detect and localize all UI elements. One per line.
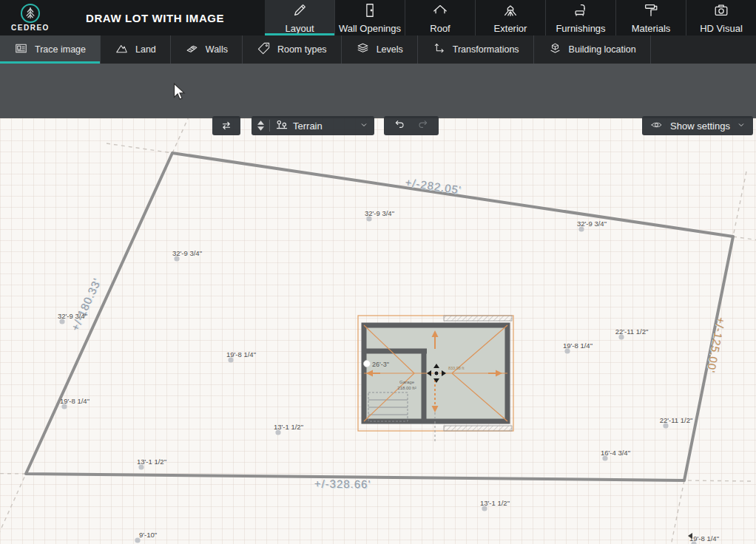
replace-image-button[interactable] xyxy=(212,116,240,135)
subtab-trace-image[interactable]: Trace image xyxy=(0,35,101,64)
spinner-down-icon[interactable] xyxy=(257,126,264,131)
tab-label: Wall Openings xyxy=(339,23,401,34)
subtab-walls[interactable]: Walls xyxy=(171,35,243,64)
elevation-point-label: 9'-10" xyxy=(139,531,157,539)
elevation-point-label: 19'-8 1/4" xyxy=(563,341,593,350)
chevron-down-icon xyxy=(737,120,746,132)
tab-roof[interactable]: Roof xyxy=(405,0,476,35)
subtab-label: Building location xyxy=(569,44,636,55)
elevation-point-label: 22'-11 1/2" xyxy=(660,416,693,424)
undo-icon xyxy=(394,119,406,130)
tab-materials[interactable]: Materials xyxy=(616,0,686,35)
redo-icon xyxy=(416,119,429,130)
app-header: CEDREO DRAW LOT WITH IMAGE LayoutWall Op… xyxy=(0,0,756,35)
logo-wordmark: CEDREO xyxy=(6,24,55,32)
undo-button[interactable] xyxy=(394,119,406,132)
eye-icon xyxy=(649,119,664,133)
elevation-point-label: 13'-1 1/2" xyxy=(274,423,303,431)
dim-handle-dot[interactable] xyxy=(364,361,371,367)
levels-icon xyxy=(356,41,370,58)
subtab-label: Transformations xyxy=(453,44,519,55)
tool-options-panel xyxy=(0,64,756,118)
walls-icon xyxy=(185,41,199,58)
lot-edge-dimension: +/-125.00' xyxy=(705,316,728,374)
swap-arrows-icon xyxy=(220,119,233,132)
subtab-label: Room types xyxy=(277,44,327,55)
redo-button[interactable] xyxy=(416,119,429,132)
trace-image-icon xyxy=(14,41,28,58)
exterior-icon xyxy=(502,2,519,21)
hatched-strip-bottom xyxy=(444,426,512,431)
page-title: DRAW LOT WITH IMAGE xyxy=(86,0,224,35)
tab-label: Roof xyxy=(430,23,450,34)
show-settings-button[interactable]: Show settings xyxy=(642,116,753,135)
spinner-up-icon[interactable] xyxy=(257,120,264,125)
lot-edge-dimension: +/-328.66' xyxy=(314,477,371,491)
room-area-label: 218.00 ft² xyxy=(397,386,416,390)
site-plan-canvas[interactable]: +/-282.05'+/-180.33'+/-125.00'+/-328.66'… xyxy=(0,118,756,544)
level-spinner[interactable] xyxy=(257,120,264,131)
hatched-strip-top xyxy=(444,316,512,321)
elevation-point-label: 32'-9 3/4" xyxy=(577,220,607,228)
elevation-point-label: 32'-9 3/4" xyxy=(58,312,87,320)
tab-wall-openings[interactable]: Wall Openings xyxy=(335,0,405,35)
tab-layout[interactable]: Layout xyxy=(265,0,335,35)
pencil-icon xyxy=(291,2,308,21)
camera-icon xyxy=(713,2,729,21)
elevation-point-label: 22'-11 1/2" xyxy=(615,327,649,336)
divider xyxy=(269,120,270,132)
garage-dim-label: 26'-3" xyxy=(372,361,389,368)
chevron-down-icon xyxy=(360,120,368,132)
room-types-icon xyxy=(257,41,271,58)
main-nav-tabs: LayoutWall OpeningsRoofExteriorFurnishin… xyxy=(265,0,756,35)
tab-label: Furnishings xyxy=(556,23,605,34)
roof-icon xyxy=(432,2,448,21)
elevation-point-label: 13'-1 1/2" xyxy=(137,458,166,466)
elevation-point-label: 19'-8 1/4" xyxy=(226,350,256,358)
elevation-point-label: 19'-8 1/4" xyxy=(689,534,719,543)
cedreo-logo[interactable]: CEDREO xyxy=(6,1,55,34)
subtab-label: Trace image xyxy=(35,44,86,55)
tab-label: HD Visual xyxy=(700,23,743,34)
show-settings-label: Show settings xyxy=(670,120,730,132)
elevation-point-label: 16'-4 3/4" xyxy=(601,449,630,457)
building-location-icon xyxy=(548,41,562,58)
room-name-label: Garage xyxy=(399,380,415,384)
subtab-label: Walls xyxy=(206,44,228,55)
elevation-point-label: 32'-9 3/4" xyxy=(365,209,394,217)
tab-label: Exterior xyxy=(494,23,527,34)
level-selector-dropdown[interactable]: Terrain xyxy=(252,116,374,135)
land-icon xyxy=(115,41,129,58)
tree-logo-icon xyxy=(19,2,41,24)
subtab-transformations[interactable]: Transformations xyxy=(418,35,534,64)
building-footprint[interactable]: 26'-3" 833.98 ft Garage 218.00 ft² xyxy=(358,316,513,443)
furnishings-icon xyxy=(573,2,589,21)
door-icon xyxy=(362,2,378,21)
terrain-level-icon xyxy=(276,119,288,132)
lot-edge-dimension: +/-180.33' xyxy=(68,276,103,333)
undo-redo-group xyxy=(384,116,439,135)
elevation-point-label: 19'-8 1/4" xyxy=(60,397,90,405)
subtab-land[interactable]: Land xyxy=(101,35,171,64)
tab-furnishings[interactable]: Furnishings xyxy=(546,0,616,35)
layout-sub-toolbar: Trace imageLandWallsRoom typesLevelsTran… xyxy=(0,35,756,64)
house-area-label: 833.98 ft xyxy=(448,366,465,370)
subbar-filler xyxy=(651,35,756,64)
tab-hd-visual[interactable]: HD Visual xyxy=(686,0,756,35)
subtab-levels[interactable]: Levels xyxy=(342,35,418,64)
paint-roller-icon xyxy=(643,2,659,21)
elevation-point-label: 13'-1 1/2" xyxy=(480,499,510,507)
tab-label: Materials xyxy=(632,23,671,34)
level-selector-value: Terrain xyxy=(293,120,360,132)
tab-exterior[interactable]: Exterior xyxy=(476,0,546,35)
subtab-label: Land xyxy=(135,44,156,55)
tab-label: Layout xyxy=(285,23,314,34)
subtab-label: Levels xyxy=(377,44,403,55)
subtab-building-location[interactable]: Building location xyxy=(534,35,651,64)
elevation-point-label: 32'-9 3/4" xyxy=(172,249,202,257)
subtab-room-types[interactable]: Room types xyxy=(243,35,342,64)
transformations-icon xyxy=(432,41,446,58)
